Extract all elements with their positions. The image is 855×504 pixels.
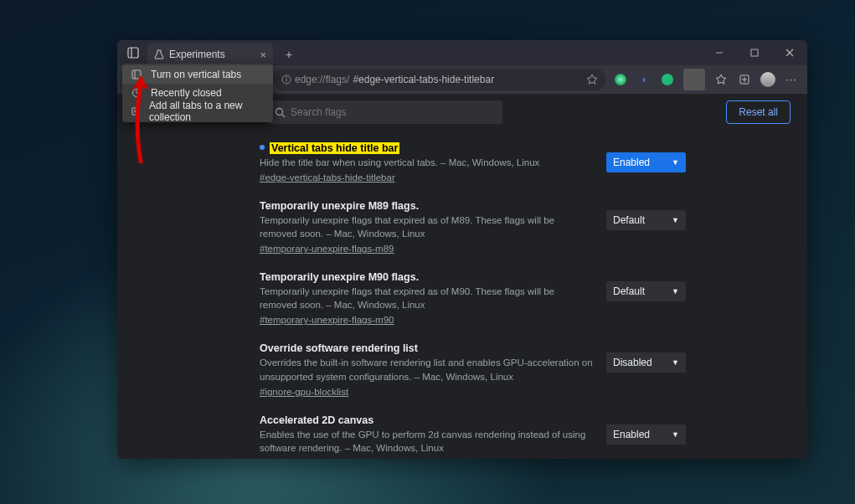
flag-select[interactable]: Disabled▼ — [606, 352, 686, 373]
chevron-down-icon: ▼ — [672, 430, 679, 439]
svg-line-13 — [282, 115, 285, 117]
chevron-down-icon: ▼ — [672, 358, 679, 367]
flag-select[interactable]: Enabled▼ — [606, 424, 686, 445]
flag-anchor-link[interactable]: #temporary-unexpire-flags-m90 — [260, 315, 394, 325]
tab-actions-menu: Turn on vertical tabs Recently closed Ad… — [122, 64, 273, 122]
svg-rect-0 — [128, 48, 138, 58]
menu-turn-on-vertical-tabs[interactable]: Turn on vertical tabs — [122, 65, 273, 84]
flag-row: Temporarily unexpire M89 flags. Temporar… — [260, 192, 686, 263]
flag-description: Temporarily unexpire flags that expired … — [260, 213, 593, 240]
flag-title: Temporarily unexpire M90 flags. — [260, 271, 593, 283]
flag-select[interactable]: Enabled▼ — [606, 152, 686, 172]
browser-tab[interactable]: Experiments × — [147, 44, 273, 65]
flag-anchor-link[interactable]: #disable-accelerated-2d-canvas — [260, 458, 396, 459]
extension-icon[interactable] — [610, 69, 631, 90]
flag-anchor-link[interactable]: #edge-vertical-tabs-hide-titlebar — [260, 172, 395, 183]
svg-rect-3 — [751, 49, 758, 56]
info-icon — [281, 75, 291, 85]
flag-description: Hide the title bar when using vertical t… — [260, 156, 593, 169]
search-field[interactable] — [291, 106, 496, 118]
extension-icon-2[interactable] — [657, 69, 678, 90]
menu-item-label: Recently closed — [151, 87, 222, 99]
flag-title: Override software rendering list — [260, 342, 593, 354]
window-maximize-button[interactable] — [737, 40, 772, 65]
history-icon — [131, 88, 142, 98]
flag-title: Temporarily unexpire M89 flags. — [260, 200, 593, 212]
address-bar[interactable]: edge://flags/#edge-vertical-tabs-hide-ti… — [273, 69, 606, 90]
svg-rect-14 — [132, 70, 141, 79]
url-prefix: edge://flags/ — [295, 74, 349, 85]
tab-close-icon[interactable]: × — [260, 49, 266, 61]
svg-point-8 — [286, 76, 287, 78]
forward-icon[interactable]: › — [633, 69, 655, 90]
flask-icon — [154, 49, 164, 59]
flags-list: Vertical tabs hide title bar Hide the ti… — [117, 131, 807, 459]
flag-select[interactable]: Default▼ — [606, 281, 686, 301]
search-icon — [275, 107, 286, 118]
menu-item-label: Turn on vertical tabs — [151, 69, 241, 80]
vertical-tabs-button[interactable] — [121, 43, 146, 63]
collections-icon[interactable] — [734, 69, 755, 90]
flag-select[interactable]: Default▼ — [606, 210, 686, 230]
vertical-tabs-icon — [131, 69, 142, 80]
more-menu-icon[interactable]: ··· — [780, 69, 802, 90]
page-content: Reset all Vertical tabs hide title bar H… — [117, 94, 807, 459]
search-flags-input[interactable] — [268, 100, 502, 124]
flag-description: Temporarily unexpire flags that expired … — [260, 285, 593, 311]
flag-anchor-link[interactable]: #ignore-gpu-blocklist — [260, 387, 348, 397]
new-tab-button[interactable]: + — [276, 44, 301, 65]
flag-modified-dot — [260, 145, 265, 150]
favorite-star-icon[interactable] — [586, 74, 598, 85]
toolbar-divider — [683, 69, 705, 90]
flag-description: Overrides the built-in software renderin… — [260, 356, 593, 383]
titlebar: Experiments × + — [117, 40, 807, 65]
window-close-button[interactable] — [772, 40, 807, 65]
menu-item-label: Add all tabs to a new collection — [149, 100, 265, 123]
chevron-down-icon: ▼ — [672, 287, 679, 296]
flag-row: Override software rendering list Overrid… — [260, 334, 686, 405]
url-hash: #edge-vertical-tabs-hide-titlebar — [353, 74, 494, 85]
flag-title: Vertical tabs hide title bar — [270, 142, 399, 154]
favorites-icon[interactable] — [710, 69, 732, 90]
chevron-down-icon: ▼ — [672, 216, 679, 224]
flag-row: Temporarily unexpire M90 flags. Temporar… — [260, 263, 686, 334]
flag-description: Enables the use of the GPU to perform 2d… — [260, 428, 593, 455]
chevron-down-icon: ▼ — [672, 158, 679, 167]
menu-add-to-collection[interactable]: Add all tabs to a new collection — [122, 102, 273, 121]
flag-row: Vertical tabs hide title bar Hide the ti… — [260, 134, 686, 192]
collection-icon — [131, 106, 141, 116]
window-minimize-button[interactable] — [702, 40, 737, 65]
svg-point-12 — [276, 108, 283, 115]
profile-avatar[interactable] — [757, 69, 779, 90]
tab-title: Experiments — [169, 49, 225, 60]
flag-title: Accelerated 2D canvas — [260, 414, 593, 426]
flag-anchor-link[interactable]: #temporary-unexpire-flags-m89 — [260, 244, 394, 254]
flag-row: Accelerated 2D canvas Enables the use of… — [260, 406, 686, 459]
reset-all-button[interactable]: Reset all — [726, 100, 791, 124]
